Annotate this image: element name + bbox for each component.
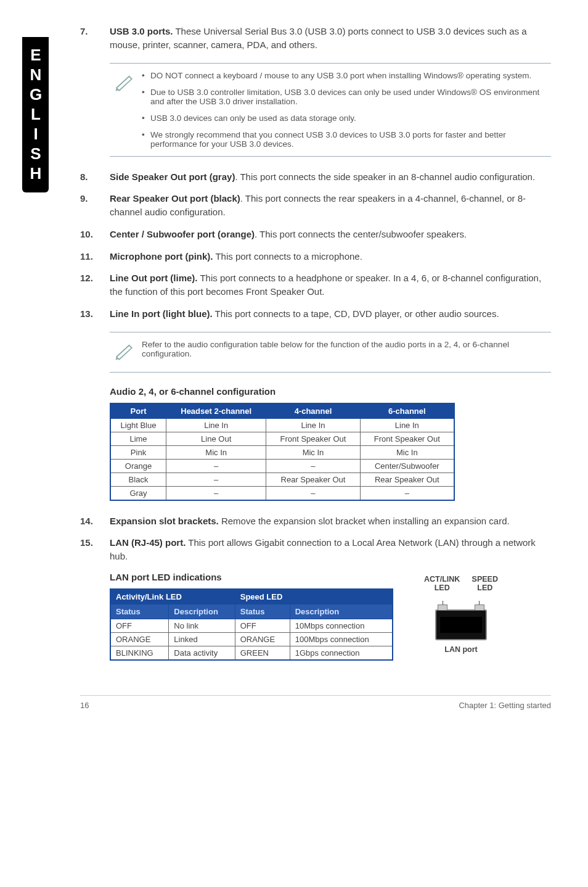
note-icon	[113, 71, 142, 149]
list-item-15: 15.LAN (RJ-45) port. This port allows Gi…	[80, 536, 551, 563]
page-footer: 16 Chapter 1: Getting started	[80, 695, 551, 710]
table-cell: –	[266, 459, 360, 472]
table-header: Activity/Link LED	[110, 589, 235, 604]
table-header: Speed LED	[235, 589, 393, 604]
list-item-8: 8.Side Speaker Out port (gray). This por…	[80, 170, 551, 184]
note-bullet: We strongly recommend that you connect U…	[142, 130, 547, 149]
note-icon	[113, 340, 142, 365]
lan-port-diagram: ACT/LINKLED SPEEDLED LAN port	[424, 575, 498, 654]
table-cell: 1Gbps connection	[290, 646, 393, 660]
table-header: Headset 2-channel	[166, 403, 266, 419]
table-header: Port	[110, 403, 166, 419]
note-text: Refer to the audio configuration table b…	[142, 340, 547, 365]
list-item-7: 7. USB 3.0 ports. These Universal Serial…	[80, 25, 551, 52]
table-cell: –	[166, 472, 266, 486]
table-cell: ORANGE	[110, 632, 169, 646]
table-cell: Linked	[169, 632, 235, 646]
table-header: 4-channel	[266, 403, 360, 419]
table-cell: GREEN	[235, 646, 290, 660]
item-title: USB 3.0 ports.	[110, 26, 173, 36]
item-number: 7.	[80, 25, 110, 52]
table-subheader: Description	[290, 604, 393, 619]
language-tab: ENGLISH	[22, 37, 49, 192]
table-cell: No link	[169, 619, 235, 632]
table-cell: –	[266, 486, 360, 500]
table-cell: Mic In	[166, 445, 266, 459]
page-number: 16	[80, 701, 89, 710]
table-cell: Line In	[166, 418, 266, 432]
led-label-right: SPEEDLED	[472, 575, 498, 592]
table-cell: Data activity	[169, 646, 235, 660]
audio-heading: Audio 2, 4, or 6-channel configuration	[110, 386, 551, 397]
table-cell: 10Mbps connection	[290, 619, 393, 632]
table-cell: Mic In	[360, 445, 454, 459]
table-cell: Rear Speaker Out	[266, 472, 360, 486]
table-cell: Front Speaker Out	[266, 432, 360, 445]
lan-port-caption: LAN port	[424, 645, 498, 654]
list-item-11: 11.Microphone port (pink). This port con…	[80, 250, 551, 263]
table-cell: 100Mbps connection	[290, 632, 393, 646]
table-cell: OFF	[235, 619, 290, 632]
list-item-13: 13.Line In port (light blue). This port …	[80, 307, 551, 321]
table-cell: Line In	[360, 418, 454, 432]
table-cell: –	[360, 486, 454, 500]
table-subheader: Description	[169, 604, 235, 619]
table-cell: Mic In	[266, 445, 360, 459]
list-item-14: 14.Expansion slot brackets. Remove the e…	[80, 514, 551, 528]
list-item-12: 12.Line Out port (lime). This port conne…	[80, 271, 551, 299]
table-header: 6-channel	[360, 403, 454, 419]
chapter-name: Chapter 1: Getting started	[459, 701, 551, 710]
table-cell: Rear Speaker Out	[360, 472, 454, 486]
table-cell: –	[166, 459, 266, 472]
table-cell: OFF	[110, 619, 169, 632]
led-label-left: ACT/LINKLED	[424, 575, 460, 592]
note-bullet: DO NOT connect a keyboard / mouse to any…	[142, 71, 547, 80]
table-cell: Black	[110, 472, 166, 486]
table-cell: –	[166, 486, 266, 500]
note-block-usb: DO NOT connect a keyboard / mouse to any…	[110, 63, 551, 157]
note-block-audio: Refer to the audio configuration table b…	[110, 332, 551, 373]
table-cell: Orange	[110, 459, 166, 472]
table-cell: Line In	[266, 418, 360, 432]
table-cell: Pink	[110, 445, 166, 459]
table-subheader: Status	[110, 604, 169, 619]
table-subheader: Status	[235, 604, 290, 619]
table-cell: BLINKING	[110, 646, 169, 660]
list-item-10: 10.Center / Subwoofer port (orange). Thi…	[80, 228, 551, 241]
audio-config-table: Port Headset 2-channel 4-channel 6-chann…	[110, 403, 455, 501]
table-cell: Center/Subwoofer	[360, 459, 454, 472]
table-cell: Line Out	[166, 432, 266, 445]
note-bullet: USB 3.0 devices can only be used as data…	[142, 113, 547, 123]
table-cell: Gray	[110, 486, 166, 500]
lan-led-table: Activity/Link LED Speed LED Status Descr…	[110, 588, 393, 661]
table-cell: Lime	[110, 432, 166, 445]
note-bullet: Due to USB 3.0 controller limitation, US…	[142, 88, 547, 106]
list-item-9: 9.Rear Speaker Out port (black). This po…	[80, 192, 551, 219]
table-cell: Front Speaker Out	[360, 432, 454, 445]
table-cell: ORANGE	[235, 632, 290, 646]
table-cell: Light Blue	[110, 418, 166, 432]
